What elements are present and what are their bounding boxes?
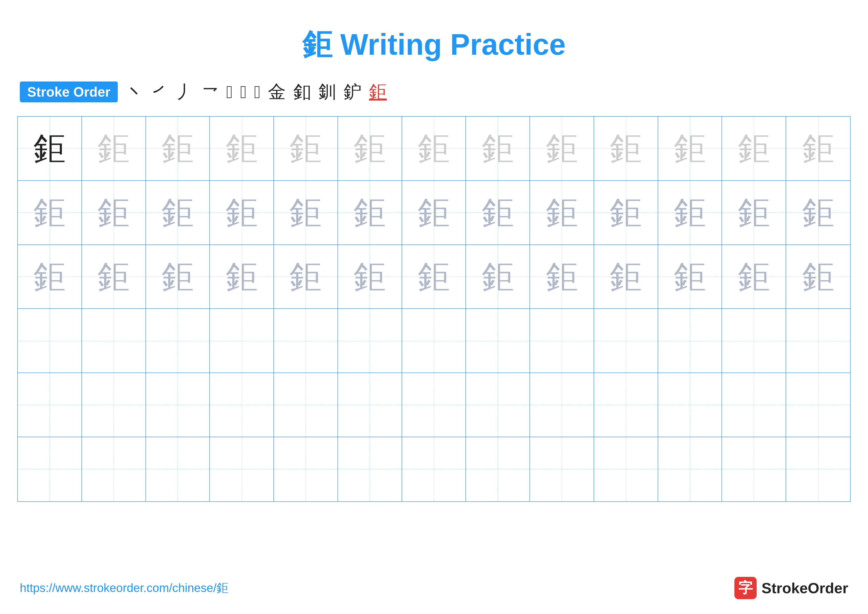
grid-cell-r2c3: 鉅 <box>146 181 210 245</box>
grid-cell-r2c12: 鉅 <box>722 181 786 245</box>
grid-cell-r5c10[interactable] <box>594 373 658 437</box>
grid-row-4 <box>18 309 850 373</box>
grid-cell-r5c6[interactable] <box>338 373 402 437</box>
grid-cell-r5c12[interactable] <box>722 373 786 437</box>
grid-cell-r6c11[interactable] <box>658 437 722 501</box>
grid-cell-r6c10[interactable] <box>594 437 658 501</box>
grid-cell-r5c1[interactable] <box>18 373 82 437</box>
stroke-step-4: ㇖ <box>201 80 219 104</box>
grid-cell-r4c8[interactable] <box>466 309 530 373</box>
grid-cell-r2c4: 鉅 <box>210 181 274 245</box>
grid-cell-r1c12: 鉅 <box>722 117 786 181</box>
grid-cell-r5c7[interactable] <box>402 373 466 437</box>
grid-cell-r3c12: 鉅 <box>722 245 786 309</box>
grid-cell-r3c1: 鉅 <box>18 245 82 309</box>
grid-cell-r1c7: 鉅 <box>402 117 466 181</box>
stroke-order-row: Stroke Order ㇔ ㇒ ㇓ ㇖ 𠂇 𠃋 𠃌 金 釦 釧 鈩 鉅 <box>0 80 868 104</box>
stroke-order-badge: Stroke Order <box>20 81 118 102</box>
grid-cell-r6c3[interactable] <box>146 437 210 501</box>
grid-cell-r6c12[interactable] <box>722 437 786 501</box>
grid-cell-r4c10[interactable] <box>594 309 658 373</box>
grid-row-5 <box>18 373 850 437</box>
grid-cell-r1c13: 鉅 <box>786 117 850 181</box>
grid-cell-r3c10: 鉅 <box>594 245 658 309</box>
grid-cell-r3c7: 鉅 <box>402 245 466 309</box>
grid-cell-r5c8[interactable] <box>466 373 530 437</box>
stroke-step-11: 鈩 <box>344 80 361 104</box>
grid-cell-r5c13[interactable] <box>786 373 850 437</box>
grid-cell-r3c6: 鉅 <box>338 245 402 309</box>
stroke-step-6: 𠃋 <box>240 82 247 102</box>
grid-cell-r4c5[interactable] <box>274 309 338 373</box>
grid-cell-r4c11[interactable] <box>658 309 722 373</box>
grid-cell-r2c9: 鉅 <box>530 181 594 245</box>
grid-cell-r6c4[interactable] <box>210 437 274 501</box>
grid-cell-r4c6[interactable] <box>338 309 402 373</box>
grid-cell-r1c9: 鉅 <box>530 117 594 181</box>
grid-row-6 <box>18 437 850 501</box>
footer-url[interactable]: https://www.strokeorder.com/chinese/鉅 <box>20 580 228 596</box>
grid-cell-r2c6: 鉅 <box>338 181 402 245</box>
grid-cell-r3c13: 鉅 <box>786 245 850 309</box>
grid-cell-r6c2[interactable] <box>82 437 146 501</box>
logo-text: StrokeOrder <box>762 580 848 597</box>
grid-cell-r4c13[interactable] <box>786 309 850 373</box>
stroke-step-9: 釦 <box>293 80 311 104</box>
grid-cell-r6c6[interactable] <box>338 437 402 501</box>
footer-logo: 字 StrokeOrder <box>735 577 848 599</box>
grid-cell-r3c8: 鉅 <box>466 245 530 309</box>
grid-cell-r1c4: 鉅 <box>210 117 274 181</box>
grid-cell-r3c4: 鉅 <box>210 245 274 309</box>
grid-cell-r4c3[interactable] <box>146 309 210 373</box>
grid-cell-r2c11: 鉅 <box>658 181 722 245</box>
grid-cell-r2c8: 鉅 <box>466 181 530 245</box>
grid-row-2: 鉅 鉅 鉅 鉅 鉅 鉅 鉅 鉅 鉅 鉅 鉅 鉅 鉅 <box>18 181 850 245</box>
grid-cell-r1c10: 鉅 <box>594 117 658 181</box>
grid-cell-r5c11[interactable] <box>658 373 722 437</box>
stroke-step-12: 鉅 <box>369 80 387 104</box>
footer: https://www.strokeorder.com/chinese/鉅 字 … <box>0 577 868 599</box>
grid-cell-r6c1[interactable] <box>18 437 82 501</box>
grid-cell-r6c7[interactable] <box>402 437 466 501</box>
grid-cell-r2c1: 鉅 <box>18 181 82 245</box>
stroke-step-1: ㇔ <box>125 80 143 104</box>
grid-cell-r1c3: 鉅 <box>146 117 210 181</box>
stroke-step-5: 𠂇 <box>226 82 232 102</box>
grid-cell-r3c2: 鉅 <box>82 245 146 309</box>
grid-cell-r1c5: 鉅 <box>274 117 338 181</box>
grid-cell-r5c2[interactable] <box>82 373 146 437</box>
grid-cell-r5c9[interactable] <box>530 373 594 437</box>
grid-cell-r4c1[interactable] <box>18 309 82 373</box>
grid-cell-r6c13[interactable] <box>786 437 850 501</box>
grid-cell-r5c5[interactable] <box>274 373 338 437</box>
grid-row-3: 鉅 鉅 鉅 鉅 鉅 鉅 鉅 鉅 鉅 鉅 鉅 鉅 鉅 <box>18 245 850 309</box>
grid-cell-r2c7: 鉅 <box>402 181 466 245</box>
grid-cell-r6c8[interactable] <box>466 437 530 501</box>
practice-grid: 鉅 鉅 鉅 鉅 鉅 鉅 鉅 鉅 鉅 鉅 鉅 鉅 鉅 鉅 鉅 鉅 鉅 鉅 鉅 鉅 … <box>17 116 851 502</box>
grid-row-1: 鉅 鉅 鉅 鉅 鉅 鉅 鉅 鉅 鉅 鉅 鉅 鉅 鉅 <box>18 117 850 181</box>
grid-cell-r3c3: 鉅 <box>146 245 210 309</box>
grid-cell-r1c11: 鉅 <box>658 117 722 181</box>
stroke-step-10: 釧 <box>318 80 336 104</box>
stroke-step-7: 𠃌 <box>254 82 260 102</box>
grid-cell-r3c5: 鉅 <box>274 245 338 309</box>
grid-cell-r2c10: 鉅 <box>594 181 658 245</box>
grid-cell-r5c4[interactable] <box>210 373 274 437</box>
stroke-step-3: ㇓ <box>176 80 194 104</box>
stroke-step-2: ㇒ <box>150 80 168 104</box>
grid-cell-r2c13: 鉅 <box>786 181 850 245</box>
logo-icon: 字 <box>735 577 756 599</box>
grid-cell-r6c9[interactable] <box>530 437 594 501</box>
grid-cell-r4c9[interactable] <box>530 309 594 373</box>
grid-cell-r4c4[interactable] <box>210 309 274 373</box>
grid-cell-r2c5: 鉅 <box>274 181 338 245</box>
grid-cell-r4c7[interactable] <box>402 309 466 373</box>
page-title: 鉅 Writing Practice <box>0 0 868 65</box>
grid-cell-r4c2[interactable] <box>82 309 146 373</box>
grid-cell-r1c1: 鉅 <box>18 117 82 181</box>
grid-cell-r4c12[interactable] <box>722 309 786 373</box>
grid-cell-r6c5[interactable] <box>274 437 338 501</box>
grid-cell-r5c3[interactable] <box>146 373 210 437</box>
grid-cell-r3c11: 鉅 <box>658 245 722 309</box>
grid-cell-r1c2: 鉅 <box>82 117 146 181</box>
